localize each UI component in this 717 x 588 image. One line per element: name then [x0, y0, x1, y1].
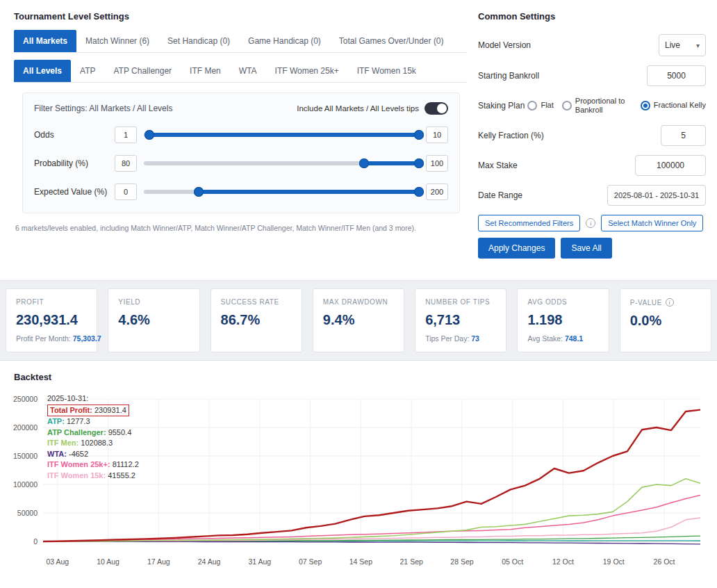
- tab-game-handicap-0[interactable]: Game Handicap (0): [239, 30, 330, 52]
- tab-set-handicap-0[interactable]: Set Handicap (0): [158, 30, 239, 52]
- tooltip-entry-itf-men: ITF Men: 102088.3: [47, 438, 139, 449]
- slider-handle-right[interactable]: [414, 158, 424, 168]
- save-all-button[interactable]: Save All: [561, 238, 611, 259]
- slider-label: Expected Value (%): [34, 187, 108, 197]
- y-tick-label: 150000: [0, 452, 38, 460]
- stat-value: 9.4%: [323, 312, 394, 328]
- level-tab-itf-women-25k[interactable]: ITF Women 25k+: [266, 60, 348, 82]
- level-tab-wta[interactable]: WTA: [230, 60, 266, 82]
- x-tick-label: 21 Sep: [395, 557, 427, 566]
- date-range-input[interactable]: [607, 185, 706, 206]
- x-tick-label: 05 Oct: [497, 557, 529, 566]
- x-tick-label: 31 Aug: [244, 557, 276, 566]
- slider-max-input[interactable]: [426, 155, 448, 172]
- staking-option-flat[interactable]: Flat: [527, 101, 553, 111]
- x-tick-label: 10 Aug: [92, 557, 124, 566]
- slider-handle-right[interactable]: [414, 187, 424, 197]
- level-tab-atp[interactable]: ATP: [71, 60, 104, 82]
- y-tick-label: 50000: [0, 509, 38, 517]
- settings-section: Tournament Level Settings All MarketsMat…: [0, 0, 717, 281]
- x-tick-label: 24 Aug: [193, 557, 225, 566]
- tab-all-markets[interactable]: All Markets: [14, 30, 76, 52]
- y-tick-label: 100000: [0, 480, 38, 489]
- slider-track[interactable]: [144, 190, 419, 194]
- stat-card-avg-odds: AVG ODDS1.198Avg Stake: 748.1: [517, 288, 609, 352]
- stat-value: 6,713: [425, 312, 496, 328]
- slider-label: Probability (%): [34, 158, 108, 168]
- tooltip-entry-itf-women-25k: ITF Women 25k+: 81112.2: [47, 459, 139, 471]
- staking-plan-label: Staking Plan: [478, 101, 525, 111]
- slider-min-input[interactable]: [115, 183, 137, 200]
- tooltip-entry-atp-challenger: ATP Challenger: 9550.4: [47, 427, 139, 439]
- model-version-value: Live: [665, 40, 680, 50]
- level-tab-all-levels[interactable]: All Levels: [14, 60, 71, 82]
- x-tick-label: 26 Oct: [648, 557, 680, 566]
- stat-card-yield: YIELD4.6%: [108, 288, 199, 352]
- level-tab-atp-challenger[interactable]: ATP Challenger: [104, 60, 181, 82]
- info-icon[interactable]: i: [586, 218, 595, 228]
- stat-value: 86.7%: [221, 312, 292, 328]
- model-version-label: Model Version: [478, 40, 531, 50]
- tab-total-games-over-under-0[interactable]: Total Games Over/Under (0): [330, 30, 453, 52]
- model-version-select[interactable]: Live ▾: [659, 34, 706, 56]
- common-settings-panel: Common Settings Model Version Live ▾ Sta…: [467, 0, 717, 280]
- slider-track[interactable]: [144, 133, 419, 137]
- slider-max-input[interactable]: [426, 183, 448, 200]
- set-recommended-filters-button[interactable]: Set Recommended Filters: [478, 215, 580, 231]
- starting-bankroll-input[interactable]: [647, 65, 706, 86]
- stat-sub: Profit Per Month: 75,303.7: [16, 334, 87, 343]
- info-icon[interactable]: i: [666, 298, 674, 307]
- x-tick-label: 19 Oct: [598, 557, 629, 566]
- filter-sliders: OddsProbability (%)Expected Value (%): [34, 126, 448, 200]
- chart-plot[interactable]: [43, 399, 700, 550]
- stat-card-success-rate: SUCCESS RATE86.7%: [211, 288, 302, 352]
- slider-handle-left[interactable]: [145, 130, 154, 140]
- radio-icon[interactable]: [527, 101, 537, 111]
- slider-min-input[interactable]: [115, 126, 137, 143]
- level-tab-itf-women-15k[interactable]: ITF Women 15k: [348, 60, 425, 82]
- slider-handle-right[interactable]: [414, 130, 424, 140]
- include-tips-toggle[interactable]: [425, 102, 448, 115]
- backtest-chart[interactable]: 050000100000150000200000250000 03 Aug10 …: [0, 392, 717, 581]
- stat-value: 0.0%: [630, 313, 701, 329]
- staking-option-fractional-kelly[interactable]: Fractional Kelly: [641, 101, 706, 111]
- common-settings-title: Common Settings: [478, 11, 706, 22]
- include-tips-label: Include All Markets / All Levels tips: [297, 104, 419, 113]
- radio-icon[interactable]: [641, 101, 650, 111]
- tooltip-entry-total-profit: Total Profit: 230931.4: [47, 405, 139, 417]
- slider-track[interactable]: [144, 161, 419, 165]
- select-match-winner-only-button[interactable]: Select Match Winner Only: [601, 215, 703, 231]
- max-stake-label: Max Stake: [478, 161, 518, 170]
- tournament-level-settings-panel: Tournament Level Settings All MarketsMat…: [0, 0, 467, 280]
- starting-bankroll-label: Starting Bankroll: [478, 71, 539, 81]
- stat-card-number-of-tips: NUMBER OF TIPS6,713Tips Per Day: 73: [415, 288, 506, 352]
- stat-card-max-drawdown: MAX DRAWDOWN9.4%: [313, 288, 404, 352]
- stat-card-profit: PROFIT230,931.4Profit Per Month: 75,303.…: [6, 288, 97, 352]
- slider-handle-left[interactable]: [194, 187, 204, 197]
- stat-value: 230,931.4: [16, 312, 87, 328]
- x-tick-label: 14 Sep: [345, 557, 377, 566]
- backtest-title: Backtest: [14, 372, 717, 382]
- slider-handle-left[interactable]: [359, 158, 369, 168]
- tooltip-entry-atp: ATP: 1277.3: [47, 416, 139, 427]
- slider-row-probability: Probability (%): [34, 155, 448, 172]
- toggle-knob: [437, 104, 447, 113]
- y-tick-label: 200000: [0, 423, 38, 432]
- slider-max-input[interactable]: [426, 126, 448, 143]
- stat-sub: Avg Stake: 748.1: [527, 334, 598, 343]
- tab-match-winner-6[interactable]: Match Winner (6): [76, 30, 158, 52]
- x-tick-label: 07 Sep: [295, 557, 327, 566]
- slider-min-input[interactable]: [115, 155, 137, 172]
- staking-option-proportional-to-bankroll[interactable]: Proportional to Bankroll: [562, 97, 632, 115]
- apply-changes-button[interactable]: Apply Changes: [478, 238, 555, 259]
- radio-icon[interactable]: [562, 101, 572, 111]
- kelly-fraction-label: Kelly Fraction (%): [478, 131, 544, 140]
- y-tick-label: 250000: [0, 395, 38, 403]
- tooltip-entry-wta: WTA: -4652: [47, 449, 139, 460]
- kelly-fraction-input[interactable]: [661, 125, 706, 146]
- level-tab-itf-men[interactable]: ITF Men: [181, 60, 230, 82]
- filter-settings-box: Filter Settings: All Markets / All Level…: [22, 92, 460, 213]
- page: Tournament Level Settings All MarketsMat…: [0, 0, 717, 588]
- filter-settings-title: Filter Settings: All Markets / All Level…: [34, 104, 172, 113]
- max-stake-input[interactable]: [635, 155, 706, 176]
